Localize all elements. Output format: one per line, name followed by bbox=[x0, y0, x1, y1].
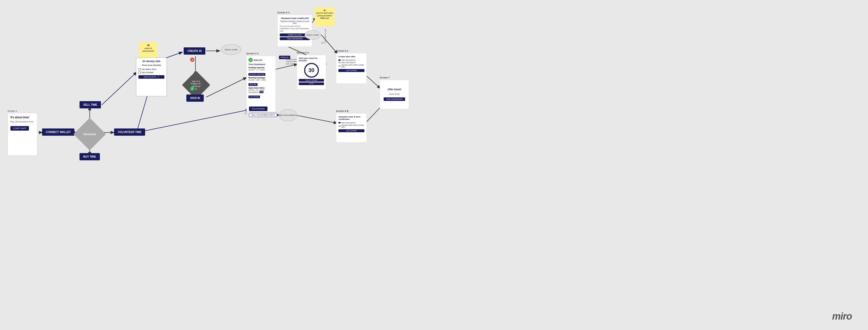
sdk-signin-button[interactable]: SIGN IN WITH....? bbox=[138, 75, 164, 79]
running-label: Running bookings: bbox=[248, 77, 274, 79]
screen6a-top-panel: TRANSACTION COMPLETE Payment received: T… bbox=[277, 15, 312, 47]
svg-line-16 bbox=[366, 75, 380, 88]
offer-item-3: already exists within similar offer bbox=[341, 64, 364, 68]
pending-addr: 0x1234 - 1 h - $150 bbox=[248, 69, 274, 71]
user-avatar: V bbox=[248, 58, 253, 62]
accept-decline-button[interactable]: ACCEPT / DECLINE bbox=[248, 73, 265, 76]
sdk-checkbox1: I am above 18 yo bbox=[138, 68, 164, 70]
stop-button[interactable]: STOP bbox=[299, 82, 324, 85]
screen6a-right-panel: Create time offer offer descriptions off… bbox=[336, 53, 367, 84]
list-offer-button-2[interactable]: LIST OFFER bbox=[338, 69, 364, 72]
miro-logo: miro bbox=[832, 311, 852, 322]
check-icon: ✓ bbox=[190, 87, 194, 91]
screen6b-item-1: offer descriptions bbox=[341, 122, 355, 124]
decision-diamond: Decision bbox=[77, 121, 102, 147]
pending-label: Pending requests: bbox=[248, 67, 274, 68]
v2-label-2: v2 bbox=[244, 112, 247, 114]
second-market-label: SECOND MARKET bbox=[279, 114, 297, 117]
screen1-label: Screen 1 bbox=[7, 110, 17, 112]
extern-create-label-1: Extern create bbox=[225, 48, 238, 51]
screen1-text: Buy, sell and prove time. bbox=[10, 121, 34, 123]
screen5a-label: Screen 5 A bbox=[297, 52, 309, 54]
buy-time-button[interactable]: BUY TIME bbox=[80, 153, 100, 160]
screen7-panel: Offer listed! listed 6400 TIME DASHBOARD bbox=[380, 80, 409, 109]
list-offer-button-1[interactable]: LIST OFFER bbox=[248, 96, 260, 98]
create-offer-title: Create time offer bbox=[338, 56, 364, 58]
nft-certificate-label: NFT Certification bbox=[324, 29, 327, 43]
offer-item-1: offer descriptions bbox=[341, 59, 355, 61]
screen6b-title: Volunteer time & earn certificates bbox=[338, 116, 364, 121]
offer-item-2: offer descriptions bbox=[341, 62, 355, 63]
sell-time-button[interactable]: SELL TIME bbox=[80, 101, 101, 108]
zk-sticky-2: zk proof of work-done privacy transfers … bbox=[315, 7, 335, 26]
zk-sdk-box: ZK Identity SDK Proof your Identity I am… bbox=[136, 58, 167, 96]
screen4a-label: Screen 4 A bbox=[246, 52, 259, 55]
screen1-panel: It's about time! Buy, sell and prove tim… bbox=[7, 113, 37, 156]
running-addr: 0x1234 - 3/6h - $100 bbox=[248, 79, 274, 81]
transaction-title: TRANSACTION COMPLETE bbox=[280, 17, 310, 20]
list-offer-button-3[interactable]: LIST OFFER bbox=[338, 129, 364, 132]
volunteer-time-button[interactable]: VOLUNTEER TIME bbox=[114, 129, 145, 136]
screen6a-right-label: Screen 6 A bbox=[336, 50, 348, 52]
sticky-proof-text: proof of bbox=[145, 47, 152, 50]
sign-in-diamond: Sign In w. Polygon ID / Worldcoin ID bbox=[185, 74, 208, 96]
time-dashboard-button-1[interactable]: TIME DASHBOARD bbox=[280, 37, 310, 40]
sdk-checkbox2: I am a human bbox=[138, 71, 164, 74]
v2-label-1: v2 bbox=[321, 41, 324, 44]
sell-volunteer-certs-button[interactable]: SELL VOLUNTEER CERTS bbox=[249, 113, 277, 117]
payment-subtitle: Payment received: Thanks for your time! bbox=[280, 20, 310, 24]
decision-label: Decision bbox=[84, 132, 96, 136]
payment-text: You can see your work & certification in… bbox=[280, 25, 310, 32]
sticky-personhood-text: personhood bbox=[143, 50, 154, 52]
timer-circle: 30 bbox=[304, 63, 319, 77]
volunteer-button[interactable]: VOLUNTEER bbox=[249, 106, 268, 111]
second-market-oval: SECOND MARKET bbox=[279, 109, 297, 121]
screen6b-label: Screen 6 B bbox=[336, 110, 349, 112]
error-icon: ✕ bbox=[190, 58, 194, 62]
screen6b-item-2: already exists within similar offer bbox=[341, 124, 364, 128]
screen6a-top-label: Screen 6 A bbox=[277, 11, 290, 14]
extern-create-oval-2: Extern create bbox=[305, 30, 321, 40]
time-dashboard-button-2[interactable]: TIME DASHBOARD bbox=[384, 97, 405, 101]
start-dapp-button[interactable]: START DAPP bbox=[10, 126, 29, 131]
svg-line-15 bbox=[321, 35, 337, 54]
open-offer2: Descriptions NEW bbox=[248, 91, 274, 93]
screen5a-title: Start your Clock for 0x12345 bbox=[299, 57, 324, 62]
connect-wallet-button[interactable]: CONNECT WALLET bbox=[42, 129, 74, 136]
listed-value: listed 6400 bbox=[389, 93, 400, 95]
extern-create-oval-1: Extern create bbox=[221, 44, 241, 55]
create-id-button[interactable]: CREATE ID bbox=[184, 47, 205, 55]
svg-line-5 bbox=[102, 72, 136, 105]
svg-line-17 bbox=[136, 110, 249, 132]
svg-line-19 bbox=[295, 115, 337, 123]
screen1-title: It's about time! bbox=[10, 116, 34, 119]
open-offers-label: Open listed offers: bbox=[248, 87, 274, 89]
start-pause-button[interactable]: START / PAUSE bbox=[299, 79, 324, 81]
dashboard-title: Time Dashboard bbox=[248, 63, 274, 66]
screen5a-panel: Start your Clock for 0x12345 30 START / … bbox=[297, 55, 326, 90]
sticky-zk-text: zk bbox=[147, 44, 150, 46]
screen6b-panel: Volunteer time & earn certificates offer… bbox=[336, 113, 367, 143]
sign-in-button[interactable]: SIGN IN bbox=[186, 95, 204, 102]
resume-button[interactable]: RESUME bbox=[248, 83, 257, 86]
open-offer1: 0x1234 - 4h - $400 bbox=[248, 89, 274, 91]
sdk-title: ZK Identity SDK bbox=[138, 60, 164, 63]
screen7-label: Screen 7 bbox=[380, 76, 390, 79]
offer-listed-text: Offer listed! bbox=[388, 88, 401, 91]
screen4a-panel: V vitalis.eth Time Dashboard Pending req… bbox=[246, 56, 276, 112]
extern-create-label-2: Extern create bbox=[307, 34, 319, 36]
svg-line-11 bbox=[206, 77, 246, 97]
sdk-subtitle: Proof your Identity bbox=[138, 64, 164, 66]
user-name: vitalis.eth bbox=[253, 59, 262, 61]
